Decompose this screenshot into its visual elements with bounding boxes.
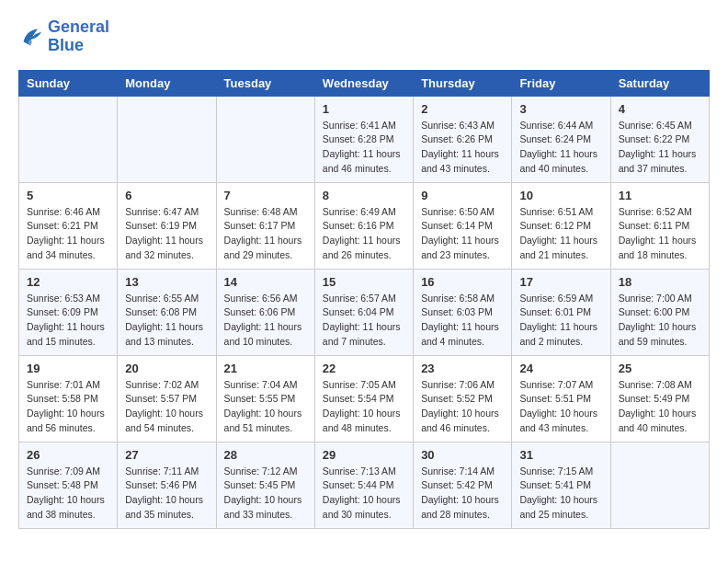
calendar-cell: 22Sunrise: 7:05 AMSunset: 5:54 PMDayligh…	[314, 355, 413, 442]
day-info: Sunrise: 7:12 AMSunset: 5:45 PMDaylight:…	[224, 465, 307, 523]
day-number: 6	[125, 189, 208, 202]
day-info: Sunrise: 6:50 AMSunset: 6:14 PMDaylight:…	[421, 205, 504, 263]
calendar-cell: 7Sunrise: 6:48 AMSunset: 6:17 PMDaylight…	[216, 182, 314, 269]
calendar-cell: 18Sunrise: 7:00 AMSunset: 6:00 PMDayligh…	[610, 269, 709, 355]
calendar-cell: 24Sunrise: 7:07 AMSunset: 5:51 PMDayligh…	[512, 355, 610, 442]
calendar-cell: 12Sunrise: 6:53 AMSunset: 6:09 PMDayligh…	[19, 269, 118, 355]
day-number: 16	[421, 275, 504, 289]
day-info: Sunrise: 6:44 AMSunset: 6:24 PMDaylight:…	[519, 119, 602, 177]
calendar-cell: 30Sunrise: 7:14 AMSunset: 5:42 PMDayligh…	[414, 442, 512, 528]
calendar-cell: 10Sunrise: 6:51 AMSunset: 6:12 PMDayligh…	[512, 182, 610, 269]
calendar-cell: 29Sunrise: 7:13 AMSunset: 5:44 PMDayligh…	[314, 442, 413, 528]
calendar-header-cell: Tuesday	[216, 70, 314, 96]
day-number: 17	[519, 275, 602, 289]
day-number: 24	[519, 362, 602, 375]
day-number: 28	[224, 448, 307, 462]
day-info: Sunrise: 7:00 AMSunset: 6:00 PMDaylight:…	[619, 292, 701, 350]
day-info: Sunrise: 7:08 AMSunset: 5:49 PMDaylight:…	[619, 378, 701, 436]
day-info: Sunrise: 6:47 AMSunset: 6:19 PMDaylight:…	[125, 205, 208, 263]
day-info: Sunrise: 7:04 AMSunset: 5:55 PMDaylight:…	[224, 378, 307, 436]
calendar-cell: 27Sunrise: 7:11 AMSunset: 5:46 PMDayligh…	[118, 442, 216, 528]
calendar-table: SundayMondayTuesdayWednesdayThursdayFrid…	[18, 70, 710, 529]
day-info: Sunrise: 6:49 AMSunset: 6:16 PMDaylight:…	[323, 205, 405, 263]
calendar-cell: 14Sunrise: 6:56 AMSunset: 6:06 PMDayligh…	[216, 269, 314, 355]
day-number: 10	[519, 189, 602, 202]
day-number: 2	[421, 102, 504, 116]
day-info: Sunrise: 6:41 AMSunset: 6:28 PMDaylight:…	[323, 119, 405, 177]
calendar-cell: 3Sunrise: 6:44 AMSunset: 6:24 PMDaylight…	[512, 96, 610, 182]
day-number: 21	[224, 362, 307, 375]
day-number: 13	[125, 275, 208, 289]
calendar-cell: 20Sunrise: 7:02 AMSunset: 5:57 PMDayligh…	[118, 355, 216, 442]
day-number: 26	[27, 448, 109, 462]
calendar-cell	[118, 96, 216, 182]
day-number: 25	[619, 362, 701, 375]
calendar-cell: 25Sunrise: 7:08 AMSunset: 5:49 PMDayligh…	[610, 355, 709, 442]
calendar-cell: 16Sunrise: 6:58 AMSunset: 6:03 PMDayligh…	[414, 269, 512, 355]
day-info: Sunrise: 7:02 AMSunset: 5:57 PMDaylight:…	[125, 378, 208, 436]
calendar-week-row: 19Sunrise: 7:01 AMSunset: 5:58 PMDayligh…	[19, 355, 710, 442]
calendar-cell: 28Sunrise: 7:12 AMSunset: 5:45 PMDayligh…	[216, 442, 314, 528]
day-info: Sunrise: 7:14 AMSunset: 5:42 PMDaylight:…	[421, 465, 504, 523]
day-info: Sunrise: 6:59 AMSunset: 6:01 PMDaylight:…	[519, 292, 602, 350]
calendar-cell: 17Sunrise: 6:59 AMSunset: 6:01 PMDayligh…	[512, 269, 610, 355]
calendar-cell: 21Sunrise: 7:04 AMSunset: 5:55 PMDayligh…	[216, 355, 314, 442]
day-info: Sunrise: 6:57 AMSunset: 6:04 PMDaylight:…	[323, 292, 405, 350]
calendar-cell: 13Sunrise: 6:55 AMSunset: 6:08 PMDayligh…	[118, 269, 216, 355]
day-info: Sunrise: 6:52 AMSunset: 6:11 PMDaylight:…	[619, 205, 701, 263]
day-info: Sunrise: 6:55 AMSunset: 6:08 PMDaylight:…	[125, 292, 208, 350]
calendar-cell	[610, 442, 709, 528]
calendar-cell: 2Sunrise: 6:43 AMSunset: 6:26 PMDaylight…	[414, 96, 512, 182]
calendar-week-row: 26Sunrise: 7:09 AMSunset: 5:48 PMDayligh…	[19, 442, 710, 528]
calendar-header-cell: Saturday	[610, 70, 709, 96]
day-info: Sunrise: 7:07 AMSunset: 5:51 PMDaylight:…	[519, 378, 602, 436]
day-number: 11	[619, 189, 701, 202]
day-info: Sunrise: 6:56 AMSunset: 6:06 PMDaylight:…	[224, 292, 307, 350]
day-info: Sunrise: 6:48 AMSunset: 6:17 PMDaylight:…	[224, 205, 307, 263]
calendar-header-cell: Wednesday	[314, 70, 413, 96]
day-number: 8	[323, 189, 405, 202]
day-number: 12	[27, 275, 109, 289]
day-number: 18	[619, 275, 701, 289]
day-number: 9	[421, 189, 504, 202]
day-info: Sunrise: 6:51 AMSunset: 6:12 PMDaylight:…	[519, 205, 602, 263]
calendar-cell: 23Sunrise: 7:06 AMSunset: 5:52 PMDayligh…	[414, 355, 512, 442]
calendar-cell: 5Sunrise: 6:46 AMSunset: 6:21 PMDaylight…	[19, 182, 118, 269]
calendar-week-row: 1Sunrise: 6:41 AMSunset: 6:28 PMDaylight…	[19, 96, 710, 182]
day-info: Sunrise: 6:58 AMSunset: 6:03 PMDaylight:…	[421, 292, 504, 350]
day-number: 31	[519, 448, 602, 462]
calendar-cell: 9Sunrise: 6:50 AMSunset: 6:14 PMDaylight…	[414, 182, 512, 269]
calendar-cell: 6Sunrise: 6:47 AMSunset: 6:19 PMDaylight…	[118, 182, 216, 269]
page-header: General Blue	[18, 18, 710, 55]
day-info: Sunrise: 7:09 AMSunset: 5:48 PMDaylight:…	[27, 465, 109, 523]
day-number: 4	[619, 102, 701, 116]
day-number: 15	[323, 275, 405, 289]
calendar-header-cell: Monday	[118, 70, 216, 96]
day-info: Sunrise: 6:43 AMSunset: 6:26 PMDaylight:…	[421, 119, 504, 177]
day-number: 30	[421, 448, 504, 462]
calendar-cell	[216, 96, 314, 182]
calendar-cell: 26Sunrise: 7:09 AMSunset: 5:48 PMDayligh…	[19, 442, 118, 528]
calendar-cell	[19, 96, 118, 182]
day-number: 27	[125, 448, 208, 462]
calendar-cell: 1Sunrise: 6:41 AMSunset: 6:28 PMDaylight…	[314, 96, 413, 182]
calendar-cell: 15Sunrise: 6:57 AMSunset: 6:04 PMDayligh…	[314, 269, 413, 355]
day-number: 5	[27, 189, 109, 202]
calendar-header-cell: Friday	[512, 70, 610, 96]
logo-text: General Blue	[48, 18, 109, 55]
calendar-cell: 4Sunrise: 6:45 AMSunset: 6:22 PMDaylight…	[610, 96, 709, 182]
logo: General Blue	[18, 18, 109, 55]
day-number: 7	[224, 189, 307, 202]
day-number: 19	[27, 362, 109, 375]
day-number: 14	[224, 275, 307, 289]
day-number: 23	[421, 362, 504, 375]
calendar-cell: 11Sunrise: 6:52 AMSunset: 6:11 PMDayligh…	[610, 182, 709, 269]
calendar-week-row: 12Sunrise: 6:53 AMSunset: 6:09 PMDayligh…	[19, 269, 710, 355]
day-info: Sunrise: 7:05 AMSunset: 5:54 PMDaylight:…	[323, 378, 405, 436]
day-info: Sunrise: 7:11 AMSunset: 5:46 PMDaylight:…	[125, 465, 208, 523]
day-number: 22	[323, 362, 405, 375]
day-number: 3	[519, 102, 602, 116]
day-info: Sunrise: 6:53 AMSunset: 6:09 PMDaylight:…	[27, 292, 109, 350]
calendar-header-cell: Sunday	[19, 70, 118, 96]
day-number: 29	[323, 448, 405, 462]
